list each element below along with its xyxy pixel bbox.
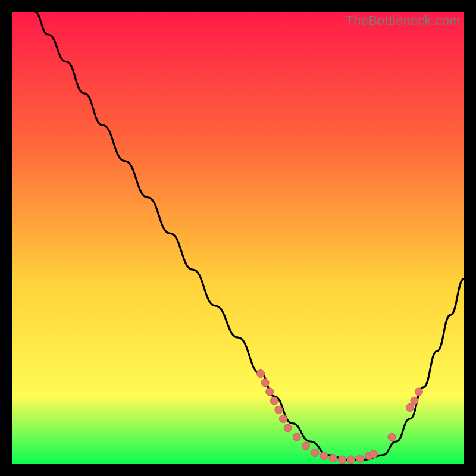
data-marker <box>388 433 396 441</box>
gradient-bg <box>12 12 464 464</box>
data-marker <box>411 397 418 405</box>
data-marker <box>261 379 269 387</box>
data-marker <box>406 404 414 412</box>
watermark-text: TheBottleneck.com <box>346 13 461 29</box>
data-marker <box>311 449 319 457</box>
chart-svg <box>12 12 464 464</box>
data-marker <box>284 424 292 432</box>
data-marker <box>293 433 300 441</box>
data-marker <box>280 415 287 423</box>
data-marker <box>270 397 278 405</box>
data-marker <box>415 388 423 396</box>
chart-frame: TheBottleneck.com <box>12 12 464 464</box>
data-marker <box>266 388 274 396</box>
data-marker <box>320 452 328 460</box>
data-marker <box>347 456 355 464</box>
data-marker <box>257 370 265 378</box>
data-marker <box>370 450 378 458</box>
data-marker <box>329 455 337 462</box>
data-marker <box>356 455 364 462</box>
data-marker <box>275 406 283 414</box>
data-marker <box>338 456 346 464</box>
data-marker <box>302 442 310 450</box>
